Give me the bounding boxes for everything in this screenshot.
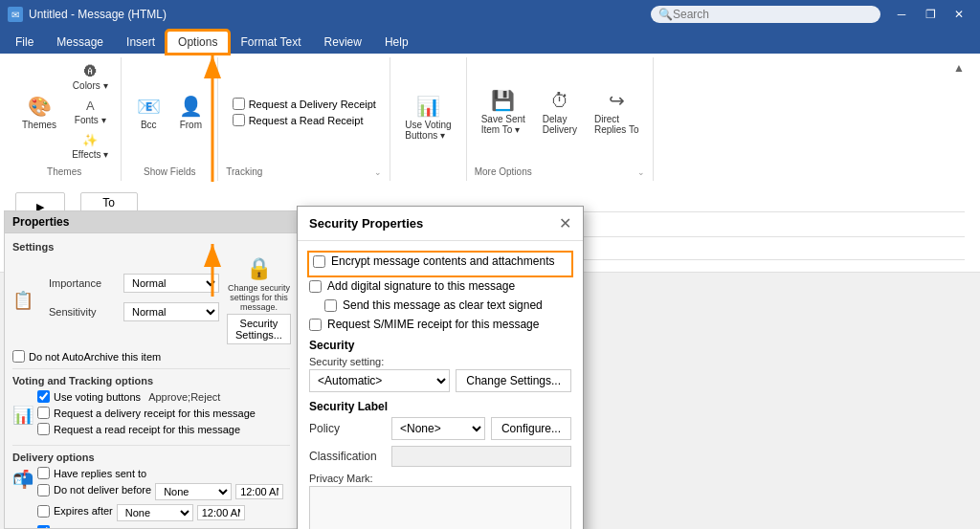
use-voting-checkbox[interactable] [37,390,50,403]
close-button[interactable]: ✕ [946,4,972,25]
expires-after-label: Expires after [54,505,113,517]
fonts-button[interactable]: A Fonts ▾ [67,96,113,128]
security-dialog: Security Properties ✕ Encrypt message co… [297,206,584,529]
voting-button[interactable]: 📊 Use VotingButtons ▾ [398,90,457,145]
search-icon: 🔍 [658,8,673,21]
smime-label: Request S/MIME receipt for this message [327,318,539,331]
themes-label: Themes [22,120,56,130]
privacy-mark-textarea[interactable] [309,486,571,529]
read-receipt-checkbox[interactable] [233,114,245,126]
divider-1 [12,368,290,369]
use-voting-row[interactable]: Use voting buttons Approve;Reject [37,390,290,403]
expires-after-time[interactable] [197,505,245,520]
request-delivery-checkbox[interactable] [37,407,50,419]
request-read-checkbox[interactable] [37,423,50,435]
restore-button[interactable]: ❐ [917,4,944,25]
search-box[interactable]: 🔍 [651,6,880,23]
dialog-title-bar: Security Properties ✕ [298,207,583,241]
expires-after-row: Expires after None [37,504,290,521]
do-not-deliver-row: Do not deliver before None [37,483,290,500]
from-button[interactable]: 👤 From [171,90,210,135]
search-input[interactable] [673,8,873,21]
voting-items: 📊 Use VotingButtons ▾ [398,61,457,173]
smime-row[interactable]: Request S/MIME receipt for this message [309,318,571,331]
security-setting-select[interactable]: <Automatic> [309,369,450,392]
encrypt-checkbox[interactable] [313,255,325,268]
encrypt-row[interactable]: Encrypt message contents and attachments [313,254,568,268]
tab-format[interactable]: Format Text [229,31,312,54]
replies-sent-row[interactable]: Have replies sent to [37,467,290,479]
colors-button[interactable]: 🅐 Colors ▾ [67,61,113,94]
delay-delivery-label: DelayDelivery [543,114,577,135]
sensitivity-select[interactable]: Normal Personal Private Confidential [123,302,219,321]
bcc-icon: 📧 [137,95,161,118]
clear-text-row[interactable]: Send this message as clear text signed [324,298,571,312]
delivery-icon-row: 📬 Have replies sent to Do not deliver be… [12,467,290,529]
ribbon-tab-bar: File Message Insert Options Format Text … [0,29,980,54]
read-receipt-item[interactable]: Request a Read Receipt [233,114,376,126]
change-settings-button[interactable]: Change Settings... [456,369,571,392]
voting-label: Use VotingButtons ▾ [405,120,451,141]
security-settings-button[interactable]: Security Settings... [227,314,291,344]
delay-delivery-button[interactable]: ⏱ DelayDelivery [536,85,584,140]
voting-icon-row: 📊 Use voting buttons Approve;Reject Requ… [12,390,290,439]
moreopts-items: 💾 Save SentItem To ▾ ⏱ DelayDelivery ↪ D… [475,61,646,163]
importance-select[interactable]: Low Normal High [123,274,219,293]
do-not-deliver-select[interactable]: None [155,483,232,500]
tab-help[interactable]: Help [373,31,420,54]
tracking-expand[interactable]: ⌄ [374,167,382,177]
tab-options[interactable]: Options [167,31,229,54]
policy-row: Policy <None> Configure... [309,417,571,440]
showfields-group-label: Show Fields [144,163,195,177]
smime-checkbox[interactable] [309,319,322,331]
security-icon: 🔒 [246,256,272,281]
settings-label: Settings [12,241,290,253]
policy-select[interactable]: <None> [391,417,485,440]
tab-message[interactable]: Message [45,31,115,54]
configure-button[interactable]: Configure... [491,417,571,440]
colors-label: Colors ▾ [73,80,108,91]
digital-sig-row[interactable]: Add digital signature to this message [309,279,571,293]
digital-sig-checkbox[interactable] [309,280,322,293]
expires-after-label-row[interactable]: Expires after [37,505,113,518]
ribbon-collapse-button[interactable]: ▲ [946,59,972,77]
do-not-deliver-label-row[interactable]: Do not deliver before [37,484,151,496]
request-read-row[interactable]: Request a read receipt for this message [37,423,290,435]
direct-replies-button[interactable]: ↪ DirectReplies To [588,84,646,140]
ribbon-group-tracking: Request a Delivery Receipt Request a Rea… [218,57,390,181]
request-read-label: Request a read receipt for this message [54,424,240,435]
delivery-receipt-item[interactable]: Request a Delivery Receipt [233,98,376,110]
do-not-autoarchive-checkbox[interactable] [12,350,25,363]
classification-label: Classification [309,450,386,463]
replies-sent-checkbox[interactable] [37,467,50,479]
do-not-autoarchive-row[interactable]: Do not AutoArchive this item [12,350,290,363]
expires-after-checkbox[interactable] [37,505,50,518]
security-text-mini: Change security settings for this messag… [227,283,291,312]
colors-icon: 🅐 [84,64,97,78]
do-not-deliver-checkbox[interactable] [37,484,50,496]
dialog-close-button[interactable]: ✕ [559,214,571,232]
save-copy-checkbox[interactable] [37,525,50,529]
ribbon-group-moreopts: 💾 Save SentItem To ▾ ⏱ DelayDelivery ↪ D… [467,57,655,181]
moreopts-group-label: More Options [475,163,532,177]
request-delivery-row[interactable]: Request a delivery receipt for this mess… [37,407,290,419]
app-icon: ✉ [8,7,23,22]
themes-button[interactable]: 🎨 Themes [15,90,63,135]
security-label-section: Security Label [309,400,571,413]
clear-text-checkbox[interactable] [324,299,337,312]
moreopts-expand[interactable]: ⌄ [637,167,645,177]
minimize-button[interactable]: ─ [888,4,915,25]
effects-button[interactable]: ✨ Effects ▾ [67,130,113,163]
save-copy-row[interactable]: Save copy of sent message [37,525,290,529]
effects-icon: ✨ [82,133,98,147]
delivery-receipt-checkbox[interactable] [233,98,245,110]
classification-input[interactable] [391,446,571,467]
save-sent-button[interactable]: 💾 Save SentItem To ▾ [475,84,532,140]
tab-file[interactable]: File [4,31,45,54]
do-not-deliver-time[interactable] [235,484,283,499]
tab-review[interactable]: Review [313,31,373,54]
expires-after-select[interactable]: None [117,504,193,521]
tab-insert[interactable]: Insert [115,31,167,54]
bcc-button[interactable]: 📧 Bcc [129,90,167,135]
read-receipt-label: Request a Read Receipt [249,115,364,126]
